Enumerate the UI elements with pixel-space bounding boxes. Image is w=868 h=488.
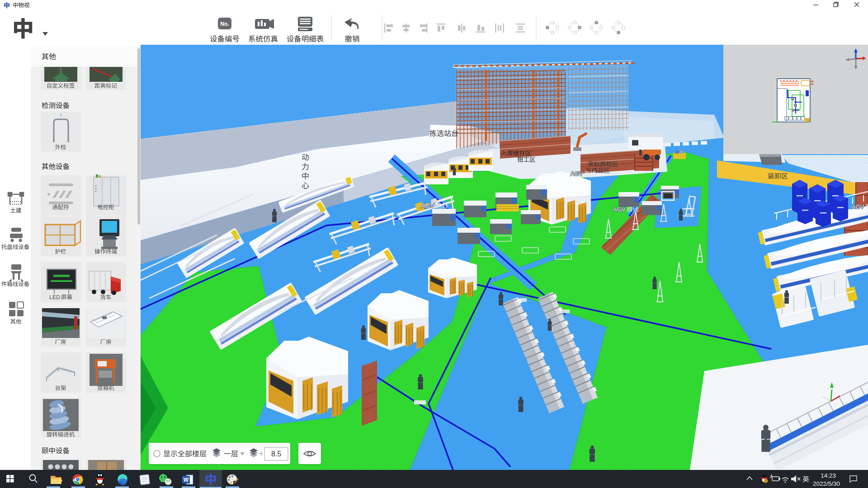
svg-text:14:23: 14:23 — [821, 472, 836, 479]
svg-text:AGV: AGV — [613, 206, 626, 213]
svg-text:No.: No. — [220, 21, 229, 27]
svg-text:AGV: AGV — [852, 203, 864, 210]
svg-text:AGV: AGV — [421, 202, 434, 209]
svg-text:LED: LED — [49, 294, 60, 300]
svg-text:AGV: AGV — [571, 170, 583, 177]
svg-text:8.5: 8.5 — [271, 450, 281, 458]
svg-text:2022/5/30: 2022/5/30 — [813, 480, 840, 487]
svg-text:W: W — [184, 477, 189, 483]
